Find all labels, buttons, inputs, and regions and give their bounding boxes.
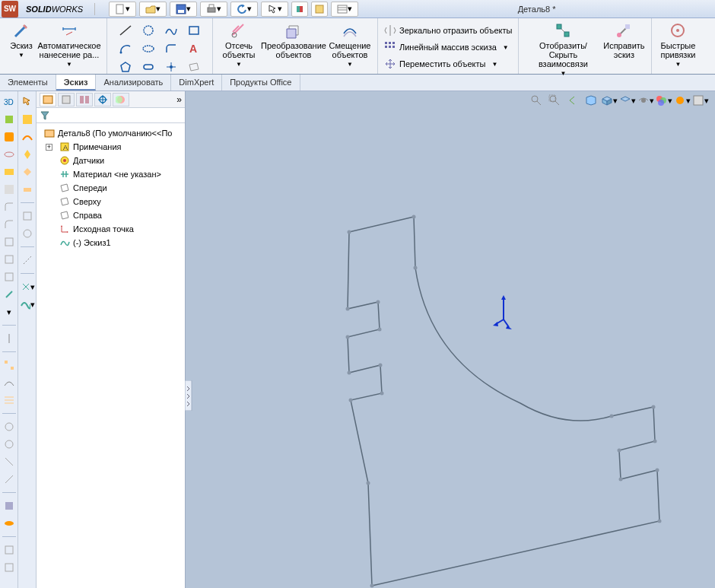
- tree-top-plane[interactable]: Сверху: [38, 195, 183, 208]
- select-tool-icon[interactable]: [20, 94, 35, 110]
- tree-tab-dimxpert[interactable]: [94, 93, 111, 106]
- move-button[interactable]: Переместить объекты ▼: [384, 56, 512, 72]
- fillet-feature-icon[interactable]: [2, 217, 17, 232]
- tree-filter-bar[interactable]: [37, 108, 185, 123]
- weldment-icon[interactable]: [2, 472, 17, 487]
- mirror-button[interactable]: Зеркально отразить объекты: [384, 23, 512, 38]
- no-solve-icon[interactable]: [20, 226, 35, 241]
- offset-button[interactable]: Смещение объектов ▼: [329, 21, 371, 68]
- grid-tool-icon[interactable]: [20, 112, 35, 127]
- curve-icon[interactable]: [2, 375, 17, 390]
- relations-tool-icon[interactable]: [20, 164, 35, 180]
- svg-point-96: [379, 364, 383, 367]
- plane-icon: [59, 210, 70, 221]
- command-manager-tabs: Элементы Эскиз Анализировать DimXpert Пр…: [0, 75, 715, 91]
- mold-icon[interactable]: [2, 498, 17, 513]
- svg-line-31: [561, 29, 564, 32]
- polygon-tool[interactable]: [115, 59, 136, 75]
- tree-material[interactable]: Материал <не указан>: [38, 167, 183, 181]
- cut-revolve-icon[interactable]: [2, 199, 17, 215]
- svg-text:A: A: [189, 43, 197, 55]
- shell-icon[interactable]: [2, 269, 17, 284]
- sheet-metal-icon[interactable]: [2, 454, 17, 469]
- tree-annotations[interactable]: + A Примечания: [38, 140, 183, 154]
- expand-plus-icon[interactable]: +: [46, 144, 52, 151]
- cut-extrude-icon[interactable]: [2, 182, 17, 197]
- tree-tab-config[interactable]: [76, 93, 93, 106]
- tree-right-plane[interactable]: Справа: [38, 208, 183, 222]
- svg-rect-48: [5, 546, 13, 554]
- tab-evaluate[interactable]: Анализировать: [96, 75, 171, 91]
- slot-tool[interactable]: [138, 59, 159, 75]
- svg-point-91: [658, 520, 662, 523]
- misc2-icon[interactable]: [2, 560, 17, 575]
- sketch-settings-icon[interactable]: ▾: [20, 279, 35, 294]
- spline-tools-icon[interactable]: ▾: [20, 297, 35, 312]
- ref-geom-icon[interactable]: [2, 393, 17, 408]
- open-button[interactable]: ▾: [139, 2, 167, 17]
- revolve-icon[interactable]: [2, 112, 17, 127]
- misc1-icon[interactable]: [2, 542, 17, 558]
- undo-button[interactable]: ▾: [230, 2, 258, 17]
- tree-front-plane[interactable]: Спереди: [38, 181, 183, 195]
- tab-dimxpert[interactable]: DimXpert: [171, 75, 222, 91]
- fillet-tool[interactable]: [160, 41, 182, 56]
- hole-icon[interactable]: ▾: [2, 304, 17, 319]
- boundary-icon[interactable]: [2, 164, 17, 180]
- surface-icon[interactable]: [2, 437, 17, 452]
- draft-icon[interactable]: [2, 287, 17, 302]
- tree-tab-feature[interactable]: [40, 93, 56, 106]
- tab-features[interactable]: Элементы: [0, 75, 56, 91]
- tab-office[interactable]: Продукты Office: [222, 75, 300, 91]
- loft-icon[interactable]: [2, 147, 17, 162]
- ellipse-tool[interactable]: [138, 41, 159, 56]
- new-button[interactable]: ▾: [109, 2, 136, 17]
- tab-sketch[interactable]: Эскиз: [56, 75, 97, 91]
- tree-tab-render[interactable]: [113, 93, 129, 106]
- display-relations-button[interactable]: Отобразить/Скрыть взаимосвязи ▼: [525, 21, 601, 77]
- sketch-button[interactable]: Эскиз ▼: [6, 21, 37, 59]
- select-button[interactable]: ▾: [261, 2, 288, 17]
- convert-button[interactable]: Преобразование объектов: [260, 21, 327, 59]
- print-button[interactable]: ▾: [200, 2, 227, 17]
- text-tool[interactable]: A: [183, 41, 205, 56]
- tree-tab-property[interactable]: [58, 93, 75, 106]
- repair-sketch-button[interactable]: Исправить эскиз: [602, 21, 645, 59]
- svg-text:A: A: [63, 144, 68, 151]
- rebuild-button[interactable]: [291, 2, 308, 17]
- tree-sketch1[interactable]: (-) Эскиз1: [38, 236, 183, 250]
- line-tool[interactable]: [115, 23, 136, 38]
- tree-root[interactable]: Деталь8 (По умолчанию<<По: [38, 126, 183, 140]
- plane-tool[interactable]: [183, 59, 205, 75]
- expand-icon[interactable]: »: [176, 94, 182, 105]
- trim-button[interactable]: Отсечь объекты ▼: [219, 21, 259, 68]
- point-tool[interactable]: [160, 59, 182, 75]
- arc-tool[interactable]: [115, 41, 136, 56]
- pattern-icon[interactable]: [2, 358, 17, 373]
- spline-tool[interactable]: [160, 23, 182, 38]
- tree-sensors[interactable]: Датчики: [38, 154, 183, 167]
- instant3d-icon[interactable]: [2, 419, 17, 434]
- rectangle-tool[interactable]: [183, 23, 205, 38]
- smart-dimension-button[interactable]: Автоматическое нанесение ра... ▼: [38, 21, 100, 68]
- circle-tool[interactable]: [138, 23, 159, 38]
- construction-icon[interactable]: [20, 253, 35, 268]
- tree-origin[interactable]: Исходная точка: [38, 222, 183, 236]
- quick-snaps-button[interactable]: Быстрые привязки ▼: [658, 21, 698, 68]
- area-hatch-icon[interactable]: [20, 147, 35, 162]
- extrude-icon[interactable]: 3D: [2, 94, 17, 110]
- chamfer-icon[interactable]: [2, 234, 17, 250]
- blocks-icon[interactable]: [20, 182, 35, 197]
- options-button[interactable]: [311, 2, 328, 17]
- mirror-feature-icon[interactable]: [2, 331, 17, 346]
- properties-button[interactable]: ▾: [331, 2, 358, 17]
- explode-icon[interactable]: [2, 516, 17, 531]
- modify-sketch-icon[interactable]: [20, 208, 35, 224]
- graphics-viewport[interactable]: ▾ ▾ ▾ ▾ ▾ ▾: [186, 91, 715, 588]
- svg-rect-25: [392, 42, 395, 44]
- sweep-icon[interactable]: [2, 129, 17, 145]
- linear-pattern-button[interactable]: Линейный массив эскиза ▼: [384, 40, 512, 55]
- rib-icon[interactable]: [2, 252, 17, 267]
- save-button[interactable]: ▾: [170, 2, 197, 17]
- sketch-picture-icon[interactable]: [20, 129, 35, 145]
